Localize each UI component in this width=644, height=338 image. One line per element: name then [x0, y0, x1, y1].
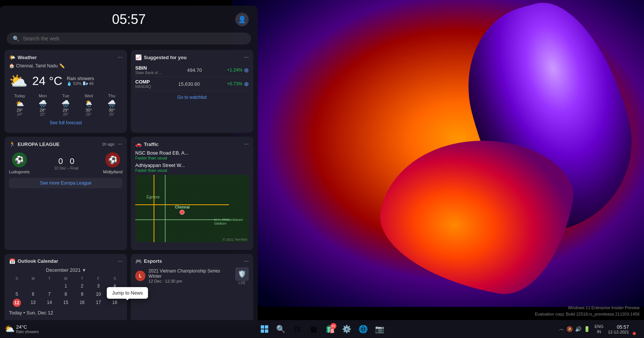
stocks-widget-header: 📈 Suggested for you ··· [135, 54, 249, 60]
traffic-widget-header: 🚗 Traffic ··· [135, 141, 249, 147]
media-icon: 📷 [375, 325, 384, 334]
language-indicator[interactable]: ENGIN [595, 324, 604, 335]
forecast-day-1: Mon 🌧️ 28° 25° [32, 94, 53, 116]
settings-button[interactable]: ⚙️ [340, 322, 354, 336]
widgets-icon: ▦ [310, 325, 317, 334]
cal-day-6[interactable]: 6 [25, 290, 41, 298]
weather-widget-icon: 🌤️ [9, 54, 15, 60]
task-view-button[interactable]: ⊟ [291, 322, 304, 336]
traffic-map[interactable]: Egmore Chennai M.A. ChidambaramStadium ©… [135, 175, 249, 242]
map-roads [135, 175, 249, 242]
goto-watchlist-link[interactable]: Go to watchlist [135, 95, 249, 100]
cal-day-17[interactable]: 17 [91, 299, 106, 307]
widgets-button[interactable]: ▦ [307, 322, 321, 336]
calendar-more-button[interactable]: ··· [118, 258, 123, 264]
stocks-more-button[interactable]: ··· [244, 54, 249, 60]
user-avatar-button[interactable]: 👤 [235, 13, 249, 26]
calendar-month: December 2021 ▾ [9, 267, 123, 273]
stock-row-comp: COMP NASDAQ 15,630.60 +0.73% ⊕ [135, 77, 249, 91]
taskbar-search-icon: 🔍 [276, 325, 285, 334]
jump-to-news-tooltip[interactable]: Jump to News [107, 287, 148, 299]
notification-area[interactable] [634, 320, 640, 338]
calendar-widget-title: Outlook Calendar [18, 258, 58, 264]
cal-day-empty3 [42, 282, 57, 290]
media-button[interactable]: 📷 [373, 322, 387, 336]
traffic-widget-icon: 🚗 [135, 141, 142, 147]
see-full-forecast-link[interactable]: See full forecast [9, 120, 123, 125]
start-button[interactable] [258, 322, 271, 336]
match-row: ⚽ Ludogorets 0 0 10 Dec – Final ⚽ Midtjy… [9, 152, 123, 174]
weather-forecast: Today ⛅ 29° 24° Mon 🌧️ 28° 25° Tue 🌧️ 29… [9, 94, 123, 116]
taskbar-weather-desc: Rain showers [16, 330, 39, 334]
esports-widget-header: 🎮 Esports ··· [135, 258, 249, 264]
calendar-month-dropdown-icon[interactable]: ▾ [83, 267, 85, 273]
cal-day-5[interactable]: 5 [9, 290, 25, 298]
cal-day-empty2 [25, 282, 41, 290]
cal-day-9[interactable]: 9 [74, 290, 90, 298]
windows-logo [261, 325, 268, 333]
sports-widget-title: EUROPA LEAGUE [18, 141, 60, 147]
esports-team-shield: 🛡️ [235, 267, 249, 281]
cal-day-7[interactable]: 7 [42, 290, 57, 298]
mute-icon[interactable]: 🔕 [566, 326, 573, 332]
weather-widget-title: Weather [18, 55, 37, 60]
weather-condition-icon: ⛅ [9, 72, 28, 90]
cal-day-16[interactable]: 16 [74, 299, 90, 307]
cal-day-18[interactable]: 18 [107, 299, 123, 307]
edge-button[interactable]: 🌐 [357, 322, 370, 336]
cal-day-13[interactable]: 13 [25, 299, 41, 307]
stock-row-sbin: SBIN State Bank of ... 494.70 +1.24% ⊕ [135, 63, 249, 77]
match-score: 0 0 [54, 156, 78, 166]
sports-more-button[interactable]: ··· [118, 141, 123, 147]
weather-main: ⛅ 24 °C Rain showers 💧 53% 🌬️ 46 [9, 72, 123, 90]
stock-add-comp[interactable]: ⊕ [244, 80, 249, 88]
weather-more-button[interactable]: ··· [118, 54, 123, 60]
cal-day-15[interactable]: 15 [58, 299, 74, 307]
battery-icon[interactable]: 🔋 [584, 326, 590, 332]
calendar-grid: S M T W T F S 1 2 3 4 5 6 7 8 9 10 11 [9, 276, 123, 307]
calendar-today-label: Today • Sun, Dec 12 [9, 310, 123, 316]
store-button[interactable]: 🛍️ 93 [324, 322, 337, 336]
clock-display: 05:57 [89, 12, 169, 27]
esports-event-time: 12 Dec · 12:30 pm [148, 279, 232, 283]
wallpaper [232, 0, 644, 307]
forecast-day-0: Today ⛅ 29° 24° [9, 94, 30, 116]
esports-more-button[interactable]: ··· [244, 258, 249, 264]
taskbar-left: ⛅ 24°C Rain showers [4, 324, 39, 334]
build-info: Windows 11 Enterprise Insider Preview Ev… [535, 305, 640, 317]
taskbar-clock[interactable]: 05:57 12-12-2021 [608, 324, 629, 334]
volume-icon[interactable]: 🔊 [575, 326, 581, 332]
sports-widget-header: 🏃 EUROPA LEAGUE 1h ago ··· [9, 141, 123, 147]
search-icon: 🔍 [13, 36, 19, 42]
stocks-widget: 📈 Suggested for you ··· SBIN State Bank … [131, 50, 253, 133]
forecast-day-2: Tue 🌧️ 29° 26° [55, 94, 76, 116]
team-ludogorets: ⚽ Ludogorets [9, 152, 30, 174]
cal-day-2[interactable]: 2 [74, 282, 90, 290]
esports-widget: 🎮 Esports ··· L 2021 Vietnam Championshi… [131, 254, 253, 323]
cal-day-empty1 [9, 282, 25, 290]
team2-badge: ⚽ [105, 152, 120, 167]
weather-temperature: 24 °C [32, 74, 62, 88]
see-more-league-link[interactable]: See more Europa League [9, 178, 123, 188]
search-bar[interactable]: 🔍 [7, 33, 251, 45]
match-date: 10 Dec – Final [54, 166, 78, 170]
cal-day-12-today[interactable]: 12 [13, 299, 21, 307]
esports-widget-title: Esports [144, 258, 162, 264]
taskbar: ⛅ 24°C Rain showers 🔍 ⊟ ▦ [0, 320, 644, 338]
traffic-route-1: NSC Bose Road EB, A... Faster than usual [135, 150, 249, 160]
store-notification-badge: 93 [330, 323, 336, 329]
chevron-up-icon[interactable]: ︿ [559, 326, 564, 332]
cal-day-1[interactable]: 1 [58, 282, 74, 290]
traffic-more-button[interactable]: ··· [244, 141, 249, 147]
forecast-day-4: Thu 🌧️ 30° 25° [101, 94, 123, 116]
cal-day-10[interactable]: 10 [91, 290, 106, 298]
search-input[interactable] [23, 36, 245, 42]
weather-widget: 🌤️ Weather ··· 🏠 Chennai, Tamil Nadu ✏️ … [4, 50, 127, 133]
stock-add-sbin[interactable]: ⊕ [244, 67, 249, 74]
edge-icon: 🌐 [359, 325, 368, 334]
taskbar-search-button[interactable]: 🔍 [274, 322, 288, 336]
cal-day-14[interactable]: 14 [42, 299, 57, 307]
taskbar-right: ︿ 🔕 🔊 🔋 ENGIN 05:57 12-12-2021 [559, 320, 640, 338]
cal-day-3[interactable]: 3 [91, 282, 106, 290]
cal-day-8[interactable]: 8 [58, 290, 74, 298]
